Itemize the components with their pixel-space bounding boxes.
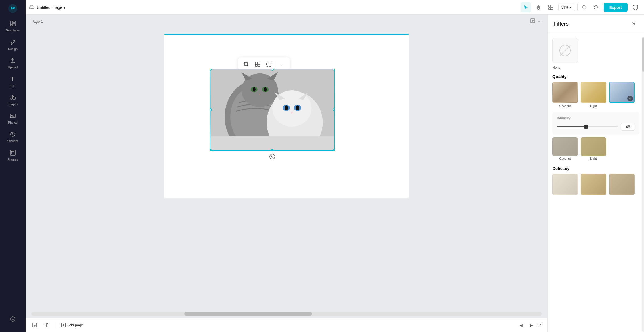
bottom-bar: Add page ◀ ▶ 1/1 xyxy=(26,318,547,332)
filter-del1-thumb xyxy=(552,174,578,195)
panel-close-btn[interactable]: ✕ xyxy=(629,19,638,28)
svg-rect-20 xyxy=(255,62,257,64)
intensity-thumb[interactable] xyxy=(584,125,588,129)
cat-image xyxy=(210,69,334,150)
page-header: Page 1 ··· xyxy=(26,15,547,28)
intensity-value[interactable]: 48 xyxy=(621,123,635,131)
main-area: Untitled image ▾ xyxy=(26,0,644,332)
svg-rect-23 xyxy=(258,64,260,66)
filter-del3[interactable] xyxy=(609,174,635,195)
sidebar-item-upload[interactable]: Upload xyxy=(0,54,26,72)
filter-active[interactable]: ⚙ xyxy=(609,82,635,108)
page-label: Page 1 xyxy=(31,19,43,24)
page-back-btn[interactable]: ◀ xyxy=(517,321,525,329)
filter-coconut2-label: Coconut xyxy=(559,157,571,160)
panel-header: Filters ✕ xyxy=(548,15,644,33)
filter-row2: Coconut Light xyxy=(552,137,639,160)
filter-coconut2-thumb xyxy=(552,137,578,156)
doc-title[interactable]: Untitled image ▾ xyxy=(37,5,66,10)
grid-tool-btn[interactable] xyxy=(252,59,263,69)
svg-point-7 xyxy=(11,97,13,99)
intensity-slider[interactable] xyxy=(557,126,618,127)
intensity-label: Intensity xyxy=(557,116,635,120)
svg-rect-5 xyxy=(10,24,12,26)
photos-icon xyxy=(10,113,16,120)
topbar-divider xyxy=(577,4,578,11)
text-icon: T xyxy=(10,76,16,83)
shield-btn[interactable] xyxy=(630,2,641,12)
svg-point-33 xyxy=(253,87,256,92)
selection-handle-bl[interactable] xyxy=(210,149,212,151)
filter-del2-thumb xyxy=(581,174,606,195)
filters-panel: Filters ✕ None Quality xyxy=(547,15,644,332)
crop-tool-btn[interactable] xyxy=(241,59,251,69)
undo-btn[interactable] xyxy=(580,3,589,12)
float-more-btn[interactable]: ··· xyxy=(277,59,287,69)
svg-point-41 xyxy=(285,105,288,110)
sidebar-item-stickers[interactable]: Stickers xyxy=(0,128,26,146)
sidebar-item-templates[interactable]: Templates xyxy=(0,17,26,35)
quality-section-label: Quality xyxy=(552,74,639,79)
filter-coconut[interactable]: Coconut xyxy=(552,82,578,108)
page-indicator: 1/1 xyxy=(538,323,543,327)
sidebar-item-shapes[interactable]: Shapes xyxy=(0,91,26,109)
svg-text:✂: ✂ xyxy=(11,5,15,11)
sidebar-collapse-btn[interactable] xyxy=(8,312,17,326)
bottom-sep xyxy=(55,322,55,328)
layout-tool-btn[interactable] xyxy=(546,2,556,12)
selection-handle-tr[interactable] xyxy=(333,69,335,71)
upload-label: Upload xyxy=(8,66,18,69)
templates-label: Templates xyxy=(6,29,20,32)
selection-handle-bm[interactable] xyxy=(271,149,274,151)
svg-rect-21 xyxy=(258,62,260,64)
design-icon xyxy=(10,39,16,46)
svg-rect-24 xyxy=(267,62,271,66)
filter-del3-thumb xyxy=(609,174,635,195)
zoom-to-fit-btn[interactable] xyxy=(530,18,535,25)
sidebar-item-photos[interactable]: Photos xyxy=(0,109,26,128)
zoom-btn[interactable]: 39% ▾ xyxy=(558,3,575,11)
add-page-btn[interactable]: Add page xyxy=(59,322,85,329)
selection-handle-br[interactable] xyxy=(333,149,335,151)
panel-scrollbar-thumb[interactable] xyxy=(642,37,644,72)
mask-tool-btn[interactable] xyxy=(264,59,274,69)
selection-handle-mr[interactable] xyxy=(333,108,335,111)
canvas-scroll[interactable]: ··· xyxy=(26,28,547,312)
delete-btn[interactable] xyxy=(43,321,52,330)
collapse-icon xyxy=(10,316,16,323)
sidebar-item-text[interactable]: T Text xyxy=(0,72,26,91)
sidebar-item-frames[interactable]: Frames xyxy=(0,146,26,165)
topbar: Untitled image ▾ xyxy=(26,0,644,15)
svg-point-34 xyxy=(264,87,267,92)
h-scrollbar-thumb[interactable] xyxy=(184,312,312,316)
filter-del2[interactable] xyxy=(581,174,606,195)
page-forward-btn[interactable]: ▶ xyxy=(528,321,536,329)
filter-none-label: None xyxy=(552,66,561,70)
page-more-btn[interactable]: ··· xyxy=(538,18,542,25)
filter-none-thumb[interactable] xyxy=(552,38,578,63)
filter-light2[interactable]: Light xyxy=(581,137,606,160)
frames-label: Frames xyxy=(7,158,18,161)
filter-light[interactable]: Light xyxy=(581,82,606,108)
export-btn[interactable]: Export xyxy=(604,3,628,12)
svg-rect-22 xyxy=(255,64,257,66)
canvas-image-container[interactable]: ↻ xyxy=(210,69,335,151)
select-tool-btn[interactable] xyxy=(521,2,531,12)
filter-coconut2[interactable]: Coconut xyxy=(552,137,578,160)
svg-rect-3 xyxy=(13,21,15,23)
no-filter-icon xyxy=(559,45,571,56)
svg-rect-2 xyxy=(10,21,12,24)
save-to-page-btn[interactable] xyxy=(30,321,39,330)
filter-coconut-thumb xyxy=(552,82,578,103)
selection-handle-rotate[interactable]: ↻ xyxy=(269,154,275,159)
app-logo[interactable]: ✂ xyxy=(7,3,18,14)
sidebar-item-design[interactable]: Design xyxy=(0,35,26,54)
hand-tool-btn[interactable] xyxy=(533,2,543,12)
cloud-save-icon xyxy=(29,5,35,10)
redo-btn[interactable] xyxy=(591,3,600,12)
filter-light-label: Light xyxy=(590,104,597,108)
filter-del1[interactable] xyxy=(552,174,578,195)
delicacy-filter-grid xyxy=(552,174,639,195)
stickers-icon xyxy=(10,131,16,138)
filter-none-section: None xyxy=(552,38,639,70)
